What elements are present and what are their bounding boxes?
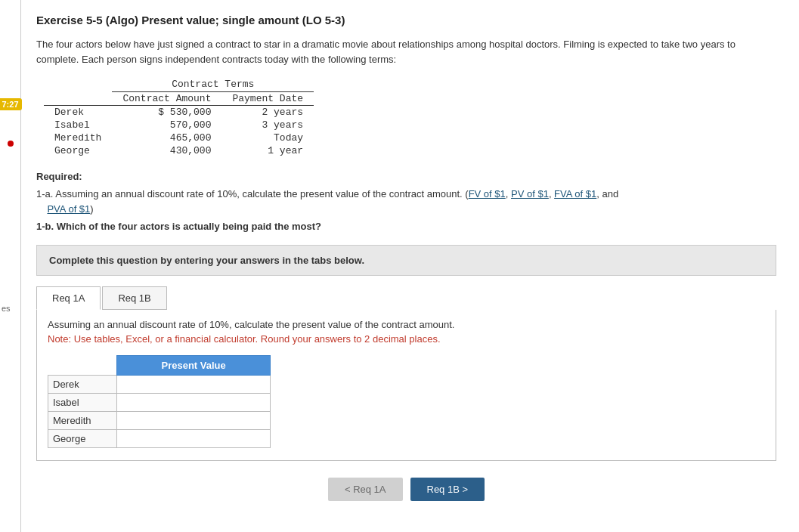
prev-button[interactable]: < Req 1A (328, 478, 403, 501)
pv-row: Derek (48, 375, 271, 393)
tab-req1b[interactable]: Req 1B (102, 286, 166, 310)
col-date: Payment Date (221, 92, 314, 106)
contract-amount: 465,000 (112, 131, 221, 144)
pv-input-cell[interactable] (117, 393, 271, 411)
pv-input-cell[interactable] (117, 411, 271, 429)
pv-actor-name: George (48, 429, 117, 447)
contract-amount: 570,000 (112, 119, 221, 131)
next-button[interactable]: Req 1B > (410, 478, 485, 501)
pv-actor-name: Meredith (48, 411, 117, 429)
pv-input-cell[interactable] (117, 429, 271, 447)
contract-row: Meredith 465,000 Today (44, 131, 314, 144)
actor-name: Meredith (44, 131, 112, 144)
contract-amount: 430,000 (112, 144, 221, 157)
payment-date: 1 year (221, 144, 314, 157)
req-1b-line: 1-b. Which of the four actors is actuall… (36, 219, 776, 234)
req-1a-line: 1-a. Assuming an annual discount rate of… (36, 187, 776, 216)
timer-badge: 7:27 (0, 98, 22, 110)
pv-row: Isabel (48, 393, 271, 411)
contract-row: Isabel 570,000 3 years (44, 119, 314, 131)
req-1a-text: 1-a. Assuming an annual discount rate of… (36, 188, 469, 200)
sidebar-dot (8, 141, 14, 147)
nav-buttons: < Req 1A Req 1B > (36, 478, 776, 501)
pv-input[interactable] (122, 397, 265, 408)
intro-text: The four actors below have just signed a… (36, 37, 776, 66)
contract-table: Contract Terms Contract Amount Payment D… (44, 79, 314, 157)
required-label: Required: (36, 171, 776, 182)
present-value-table: Present Value Derek Isabel Meredith Geor… (48, 355, 271, 448)
payment-date: 2 years (221, 106, 314, 119)
contract-row: Derek $ 530,000 2 years (44, 106, 314, 119)
payment-date: 3 years (221, 119, 314, 131)
pv-row: George (48, 429, 271, 447)
actor-name: Derek (44, 106, 112, 119)
req-1b-text: 1-b. Which of the four actors is actuall… (36, 221, 321, 232)
left-sidebar: 7:27 es (0, 0, 21, 532)
contract-row: George 430,000 1 year (44, 144, 314, 157)
exercise-title: Exercise 5-5 (Algo) Present value; singl… (36, 14, 776, 26)
pv-input[interactable] (122, 433, 265, 444)
pv-actor-name: Derek (48, 375, 117, 393)
col-amount: Contract Amount (112, 92, 221, 106)
tab-content-area: Assuming an annual discount rate of 10%,… (36, 310, 776, 461)
actor-name: Isabel (44, 119, 112, 131)
actor-name: George (44, 144, 112, 157)
sidebar-label: es (2, 304, 11, 313)
pv-input[interactable] (122, 415, 265, 426)
tab-note: Note: Use tables, Excel, or a financial … (48, 333, 765, 345)
pv-input[interactable] (122, 379, 265, 390)
tab-instruction: Assuming an annual discount rate of 10%,… (48, 319, 765, 330)
complete-box: Complete this question by entering your … (36, 245, 776, 276)
pva-link[interactable]: PVA of $1 (47, 203, 90, 215)
comma1: , (506, 188, 511, 200)
payment-date: Today (221, 131, 314, 144)
pv-actor-name: Isabel (48, 393, 117, 411)
contract-terms-header: Contract Terms (112, 79, 314, 92)
tabs-row: Req 1A Req 1B (36, 286, 776, 310)
fva-link[interactable]: FVA of $1 (554, 188, 596, 200)
contract-table-wrapper: Contract Terms Contract Amount Payment D… (44, 79, 776, 157)
fv-link[interactable]: FV of $1 (469, 188, 506, 200)
close-paren: ) (90, 203, 93, 215)
pv-table-header: Present Value (117, 355, 271, 375)
pv-input-cell[interactable] (117, 375, 271, 393)
pv-row: Meredith (48, 411, 271, 429)
tab-req1a[interactable]: Req 1A (36, 286, 101, 310)
contract-amount: $ 530,000 (112, 106, 221, 119)
pv-link[interactable]: PV of $1 (511, 188, 549, 200)
main-content: Exercise 5-5 (Algo) Present value; singl… (21, 0, 799, 532)
required-section: Required: 1-a. Assuming an annual discou… (36, 171, 776, 234)
comma3: , and (596, 188, 618, 200)
